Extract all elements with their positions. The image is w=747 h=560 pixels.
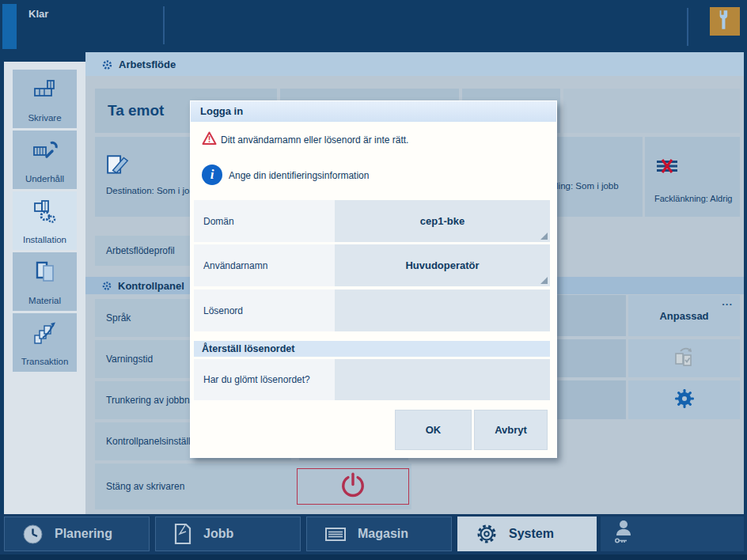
more-options-dots[interactable]: ...	[722, 296, 733, 308]
tray-stack-icon	[324, 525, 347, 543]
username-field-value[interactable]: Huvudoperatör	[335, 244, 550, 286]
cancel-button[interactable]: Avbryt	[474, 410, 548, 450]
username-value-text: Huvudoperatör	[405, 259, 479, 271]
gear-icon	[674, 388, 695, 412]
system-gear-icon	[476, 523, 498, 545]
sidebar-item-label: Material	[28, 296, 61, 305]
status-accent-bar	[2, 4, 17, 49]
top-bar: Klar	[0, 0, 747, 52]
edit-icon	[106, 153, 131, 180]
reset-password-section-header: Återställ lösenordet	[194, 341, 550, 357]
svg-text:!: !	[208, 134, 211, 144]
tab-label: Jobb	[203, 527, 233, 541]
anpassad-label: Anpassad	[659, 310, 708, 322]
forgot-password-value[interactable]	[335, 359, 550, 400]
right-panel-tile	[556, 295, 626, 336]
transaction-icon	[32, 313, 59, 352]
tab-magasin[interactable]: Magasin	[306, 516, 452, 551]
bottom-frame	[0, 554, 747, 560]
sidebar-item-installation[interactable]: Installation	[13, 191, 77, 250]
sidebar-item-underhall[interactable]: Underhåll	[13, 131, 77, 189]
tab-label: System	[509, 527, 554, 541]
sidebar-item-transaktion[interactable]: Transaktion	[13, 313, 77, 372]
power-icon	[339, 471, 366, 501]
login-dialog: Logga in ! Ditt användarnamn eller lösen…	[190, 100, 557, 458]
kontrollpanel-header-label: Kontrollpanel	[118, 280, 184, 292]
right-panel-tile	[556, 339, 626, 377]
job-document-icon	[173, 523, 192, 545]
tab-system[interactable]: System	[457, 516, 597, 551]
error-message: Ditt användarnamn eller lösenord är inte…	[221, 134, 537, 146]
sidebar-item-label: Underhåll	[25, 174, 64, 184]
domain-value-text: cep1-bke	[420, 215, 465, 227]
resize-corner-icon	[540, 233, 548, 240]
sidebar-item-label: Skrivare	[28, 113, 61, 123]
password-field-value[interactable]	[335, 289, 550, 331]
domain-field-value[interactable]: cep1-bke	[335, 200, 550, 242]
clock-icon	[22, 524, 44, 545]
sidebar-item-skrivare[interactable]: Skrivare	[13, 70, 77, 128]
copy-disabled-icon	[673, 346, 696, 370]
sidebar: Skrivare Underhåll Installation	[4, 62, 85, 514]
copy-settings-button[interactable]	[628, 339, 740, 377]
resize-corner-icon	[540, 277, 548, 284]
workflow-icon	[101, 59, 113, 70]
domain-field-label: Domän	[194, 200, 335, 242]
tray-link-off-icon	[656, 158, 678, 176]
tab-label: Planering	[55, 527, 112, 541]
tab-jobb[interactable]: Jobb	[155, 516, 301, 551]
printer-status: Klar	[28, 8, 48, 20]
service-wrench-button[interactable]	[710, 7, 740, 36]
tray-linking-tile[interactable]: Facklänkning: Aldrig	[645, 137, 740, 217]
password-field-label: Lösenord	[194, 289, 335, 331]
dialog-title: Logga in	[191, 101, 556, 122]
forgot-password-label: Har du glömt lösenordet?	[194, 359, 335, 400]
workflow-header-label: Arbetsflöde	[119, 59, 176, 70]
sidebar-item-material[interactable]: Material	[13, 252, 77, 311]
kontrollpanel-icon	[101, 280, 112, 291]
warning-icon: !	[202, 131, 217, 149]
panel-settings-button[interactable]	[628, 380, 740, 419]
tray-linking-tile-label: Facklänkning: Aldrig	[654, 194, 740, 203]
tab-label: Magasin	[358, 527, 408, 541]
info-icon: i	[202, 165, 222, 185]
info-message: Ange din identifieringsinformation	[229, 170, 537, 181]
printer-icon	[32, 70, 59, 108]
anpassad-button[interactable]: ... Anpassad	[628, 295, 740, 336]
wrench-icon	[717, 9, 733, 34]
workflow-section-header: Arbetsflöde	[85, 52, 744, 76]
workflow-tile[interactable]	[563, 89, 740, 133]
ok-button[interactable]: OK	[395, 410, 472, 450]
sidebar-item-label: Installation	[23, 235, 66, 244]
installation-icon	[32, 191, 59, 230]
login-user-button[interactable]	[601, 516, 744, 551]
username-field-label: Användarnamn	[194, 244, 335, 286]
shutdown-power-button[interactable]	[297, 468, 409, 505]
material-icon	[32, 252, 59, 291]
topbar-divider	[687, 8, 688, 46]
topbar-divider	[163, 6, 165, 44]
sidebar-item-label: Transaktion	[21, 357, 69, 366]
tab-planering[interactable]: Planering	[4, 516, 150, 551]
bottom-nav: Planering Jobb Magasin System	[0, 514, 747, 554]
maintenance-icon	[32, 131, 59, 169]
right-panel-tile	[556, 380, 626, 419]
user-key-icon	[613, 519, 634, 549]
